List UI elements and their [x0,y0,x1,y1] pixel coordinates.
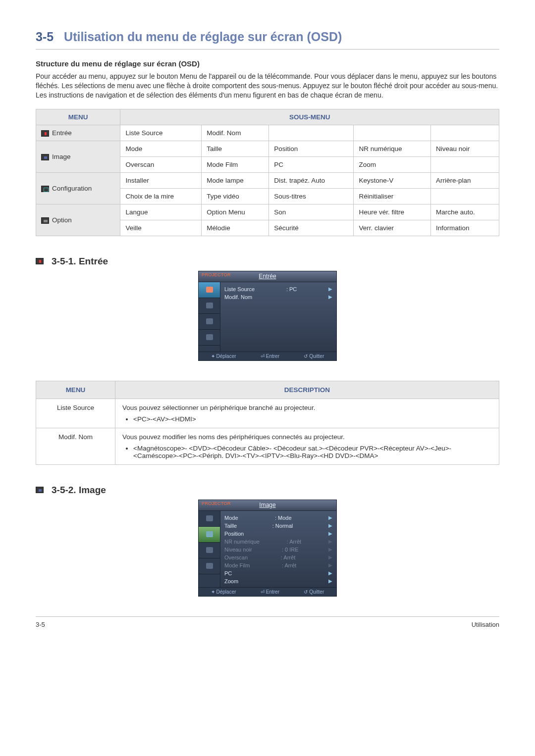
svg-rect-2 [206,318,213,324]
chevron-right-icon: ▶ [328,578,332,584]
table-row: ImageModeTaillePositionNR numériqueNivea… [36,141,499,156]
submenu-cell: Son [269,204,354,220]
svg-rect-6 [206,547,213,553]
submenu-cell: Veille [120,220,202,236]
submenu-cell: Overscan [120,156,202,172]
desc-text-cell: Vous pouvez modifier les noms des périph… [115,428,499,464]
submenu-cell: Sous-titres [269,188,354,204]
osd-footer: ✦ Déplacer⏎ Entrer↺ Quitter [199,352,336,360]
osd-quit-hint: ↺ Quitter [304,589,324,595]
configuration-tab-icon [199,314,220,330]
desc-bullet: <PC>-<AV>-<HDMI> [133,415,492,423]
th-submenu: SOUS-MENU [120,109,499,125]
submenu-cell: Zoom [354,156,431,172]
submenu-cell [431,156,499,172]
osd-quit-hint: ↺ Quitter [304,353,324,359]
osd-row: Taille: Normal▶ [224,522,332,530]
section-title-text: Utilisation du menu de réglage sur écran… [64,30,342,44]
submenu-cell: NR numérique [354,141,431,156]
submenu-cell: Réinitialiser [354,188,431,204]
submenu-cell: Arrière-plan [431,172,499,188]
submenu-cell: Langue [120,204,202,220]
table-row: ConfigurationInstallerMode lampeDist. tr… [36,172,499,188]
osd-row-value: : Normal [237,523,328,529]
chevron-right-icon: ▶ [328,531,332,536]
menu-label: Option [52,216,72,224]
chevron-right-icon: ▶ [328,554,332,560]
svg-rect-1 [206,302,213,308]
submenu-cell [431,125,499,141]
chevron-right-icon: ▶ [328,286,332,292]
osd-screenshot: PROJECTOREntréeListe Source: PC▶Modif. N… [198,271,337,361]
option-icon [41,217,49,224]
osd-footer: ✦ Déplacer⏎ Entrer↺ Quitter [199,587,336,596]
submenu-cell: Keystone-V [354,172,431,188]
submenu-cell: Option Menu [202,204,269,220]
osd-row-label: Modif. Nom [224,294,252,300]
menu-cell: Image [36,141,120,172]
option-tab-icon [199,558,220,574]
osd-row: Zoom▶ [224,577,332,585]
osd-row-label: Mode Film [224,562,250,568]
osd-row: NR numérique: Arrêt▶ [224,538,332,546]
submenu-cell: Mode lampe [202,172,269,188]
osd-row: Niveau noir: 0 IRE▶ [224,546,332,554]
osd-row: PC▶ [224,569,332,577]
svg-rect-4 [206,515,213,521]
desc-text-cell: Vous pouvez sélectionner un périphérique… [115,399,499,428]
osd-row: Mode Film: Arrêt▶ [224,561,332,569]
entree-description-table: MENU DESCRIPTION Liste SourceVous pouvez… [36,381,499,465]
osd-enter-hint: ⏎ Entrer [261,589,279,595]
osd-row-label: Position [224,531,244,537]
th-description: DESCRIPTION [115,381,499,399]
osd-main: Liste Source: PC▶Modif. Nom▶ [220,282,336,352]
section-number: 3-5 [36,30,60,44]
image-tab-icon [199,298,220,314]
submenu-cell [269,125,354,141]
osd-move-hint: ✦ Déplacer [211,353,236,359]
image-icon [36,487,44,493]
osd-row-label: Mode [224,515,238,521]
osd-row-label: Overscan [224,554,248,560]
submenu-cell: Heure vér. filtre [354,204,431,220]
submenu-cell: Position [269,141,354,156]
intro-paragraph: Pour accéder au menu, appuyez sur le bou… [36,72,499,100]
submenu-cell: Type vidéo [202,188,269,204]
table-row: EntréeListe SourceModif. Nom [36,125,499,141]
chevron-right-icon: ▶ [328,562,332,568]
chevron-right-icon: ▶ [328,523,332,528]
osd-screenshot: PROJECTORImageMode: Mode▶Taille: Normal▶… [198,500,337,597]
menu-label: Entrée [52,129,72,137]
subsection-351-title: 3-5-1. Entrée [52,256,108,267]
osd-move-hint: ✦ Déplacer [211,589,236,595]
osd-row-value: : 0 IRE [252,547,328,553]
osd-row-value: : Arrêt [250,562,328,568]
desc-menu-cell: Liste Source [36,399,115,428]
configuration-tab-icon [199,543,220,558]
osd-row-label: Liste Source [224,286,255,292]
chevron-right-icon: ▶ [328,539,332,544]
footer-right: Utilisation [472,621,499,628]
osd-row: Position▶ [224,530,332,538]
submenu-cell: Taille [202,141,269,156]
osd-row-label: NR numérique [224,539,260,545]
subsection-351-head: 3-5-1. Entrée [36,256,499,267]
entree-icon [36,258,44,264]
menu-cell: Entrée [36,125,120,141]
option-tab-icon [199,330,220,346]
osd-row: Mode: Mode▶ [224,514,332,522]
image-tab-icon [199,527,220,543]
svg-rect-3 [206,334,213,340]
chevron-right-icon: ▶ [328,294,332,300]
chevron-right-icon: ▶ [328,547,332,552]
desc-text: Vous pouvez sélectionner un périphérique… [122,404,492,411]
submenu-cell: Niveau noir [431,141,499,156]
document-page: 3-5 Utilisation du menu de réglage sur é… [0,0,535,648]
submenu-cell: Mode Film [202,156,269,172]
page-footer: 3-5 Utilisation [36,616,499,628]
osd-row-value: : Mode [238,515,328,521]
projector-label: PROJECTOR [202,501,231,506]
entrée-icon [41,130,49,137]
submenu-cell: Choix de la mire [120,188,202,204]
table-row: OptionLangueOption MenuSonHeure vér. fil… [36,204,499,220]
